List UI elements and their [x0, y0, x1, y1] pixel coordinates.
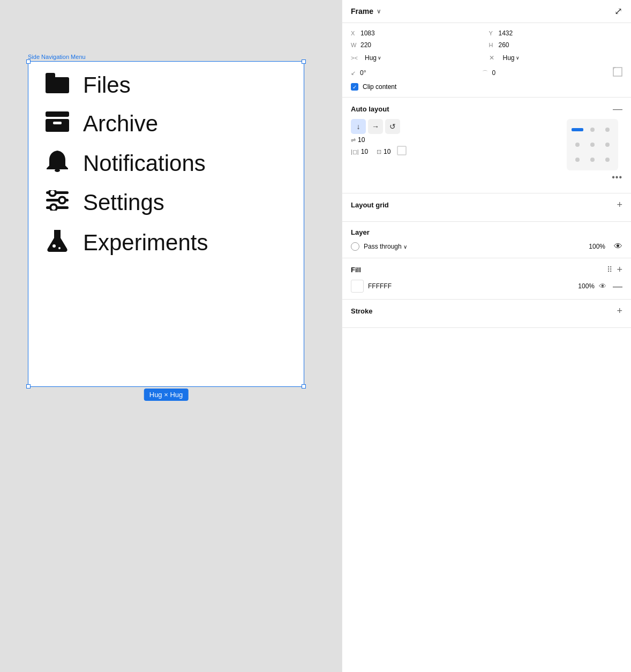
nav-frame[interactable]: Files Archive	[28, 61, 304, 387]
handle-tr[interactable]	[302, 59, 306, 64]
al-padding-left-group: |◻| 10	[351, 146, 368, 158]
al-gap-group: ⇌ 10	[351, 136, 365, 144]
alignment-grid[interactable]	[567, 119, 618, 170]
fill-visibility-icon[interactable]: 👁	[599, 282, 606, 290]
files-label: Files	[83, 72, 131, 98]
w-value[interactable]: 220	[360, 41, 371, 49]
files-icon	[44, 73, 70, 98]
fill-row: FFFFFF 100% 👁 —	[351, 280, 622, 293]
properties-panel: Frame ∨ ⤢ X 1083 Y 1432 W 220 H 260	[342, 0, 631, 672]
fill-title: Fill	[351, 266, 361, 274]
experiments-label: Experiments	[83, 230, 208, 256]
svg-point-9	[49, 190, 56, 196]
al-left-controls: ↓ → ↺ ⇌ 10 |◻| 10 ⊡	[351, 119, 407, 158]
layout-grid-title: Layout grid	[351, 201, 389, 209]
layer-opacity-value[interactable]: 100%	[589, 243, 605, 250]
panel-title: Frame	[351, 7, 373, 16]
al-constrain-icon	[397, 146, 407, 158]
layer-visibility-icon[interactable]: 👁	[614, 242, 622, 251]
fill-header: Fill ⠿ +	[351, 265, 622, 274]
clip-content-checkbox[interactable]	[351, 83, 358, 91]
align-tr[interactable]	[600, 122, 615, 137]
al-down-btn[interactable]: ↓	[351, 119, 366, 134]
notifications-icon	[44, 150, 70, 177]
al-padding-right-value[interactable]: 10	[384, 148, 390, 155]
al-padding-right-group: ⊡ 10	[377, 146, 390, 158]
align-ml[interactable]	[570, 137, 585, 152]
stroke-title: Stroke	[351, 307, 372, 315]
handle-bl[interactable]	[26, 384, 31, 389]
align-bl[interactable]	[570, 152, 585, 167]
al-padding-left-value[interactable]: 10	[361, 148, 368, 155]
clip-content-label: Clip content	[363, 83, 396, 91]
x-value[interactable]: 1083	[360, 29, 375, 37]
clip-corner-icon	[613, 67, 622, 79]
settings-icon	[44, 190, 70, 215]
hug-y-pair: ✕ Hug ∨	[489, 53, 623, 63]
radius-value[interactable]: 0	[492, 69, 496, 77]
panel-header: Frame ∨ ⤢	[342, 0, 631, 23]
collapse-icon[interactable]: ⤢	[614, 5, 622, 17]
hug-badge: Hug × Hug	[144, 389, 189, 401]
nav-item-experiments[interactable]: Experiments	[44, 228, 288, 257]
hug-x-btn[interactable]: Hug ∨	[363, 53, 384, 63]
layer-mode-dropdown[interactable]: Pass through ∨	[364, 243, 407, 250]
canvas: Side Navigation Menu Files	[0, 0, 342, 672]
auto-layout-remove-btn[interactable]: —	[613, 104, 622, 114]
archive-label: Archive	[83, 111, 158, 137]
nav-item-archive[interactable]: Archive	[44, 111, 288, 137]
fill-remove-btn[interactable]: —	[613, 281, 622, 292]
fill-grid-icon[interactable]: ⠿	[607, 265, 612, 274]
al-padding-left-icon: |◻|	[351, 148, 359, 155]
align-mc[interactable]	[585, 137, 600, 152]
svg-rect-0	[46, 77, 69, 93]
al-padding-right-icon: ⊡	[377, 148, 381, 155]
handle-tl[interactable]	[26, 59, 31, 64]
frame-chevron-icon[interactable]: ∨	[377, 8, 381, 15]
fill-header-icons: ⠿ +	[607, 265, 622, 274]
hug-x-label: ><	[351, 55, 360, 61]
x-label: X	[351, 30, 358, 36]
h-label: H	[489, 42, 497, 48]
nav-item-files[interactable]: Files	[44, 72, 288, 98]
nav-content: Files Archive	[28, 62, 304, 267]
angle-radius-row: ↙ 0° ⌒ 0	[351, 67, 622, 79]
y-value[interactable]: 1432	[499, 29, 513, 37]
w-label: W	[351, 42, 358, 48]
radius-icon: ⌒	[482, 69, 488, 77]
nav-item-settings[interactable]: Settings	[44, 190, 288, 215]
h-value[interactable]: 260	[499, 41, 509, 49]
stroke-section: Stroke +	[342, 300, 631, 328]
stroke-add-btn[interactable]: +	[617, 306, 622, 316]
al-wrap-btn[interactable]: ↺	[385, 119, 400, 134]
align-tc[interactable]	[585, 122, 600, 137]
archive-icon	[44, 111, 70, 137]
layer-mode-label: Pass through	[364, 243, 402, 250]
hug-y-btn[interactable]: Hug ∨	[501, 53, 522, 63]
align-mr[interactable]	[600, 137, 615, 152]
x-pair: X 1083	[351, 29, 485, 37]
fill-opacity-value[interactable]: 100%	[578, 282, 595, 290]
layout-grid-section: Layout grid +	[342, 193, 631, 222]
layout-grid-add-btn[interactable]: +	[617, 200, 622, 210]
svg-rect-16	[397, 146, 406, 155]
xy-row: X 1083 Y 1432	[351, 29, 622, 37]
al-gap-value[interactable]: 10	[358, 136, 365, 144]
settings-label: Settings	[83, 190, 164, 215]
experiments-icon	[44, 228, 70, 257]
align-br[interactable]	[600, 152, 615, 167]
align-bc[interactable]	[585, 152, 600, 167]
nav-item-notifications[interactable]: Notifications	[44, 150, 288, 177]
angle-value[interactable]: 0°	[360, 69, 366, 77]
hug-x-pair: >< Hug ∨	[351, 53, 485, 63]
al-right-btn[interactable]: →	[368, 119, 383, 134]
layer-row: Pass through ∨ 100% 👁	[351, 242, 622, 251]
fill-hex-value[interactable]: FFFFFF	[368, 282, 574, 290]
al-more-options-btn[interactable]: •••	[612, 173, 622, 182]
align-tl[interactable]	[570, 122, 585, 137]
svg-rect-4	[53, 122, 62, 124]
fill-color-swatch[interactable]	[351, 280, 364, 293]
fill-add-btn[interactable]: +	[617, 265, 622, 274]
svg-point-5	[55, 169, 60, 172]
handle-br[interactable]	[302, 384, 306, 389]
